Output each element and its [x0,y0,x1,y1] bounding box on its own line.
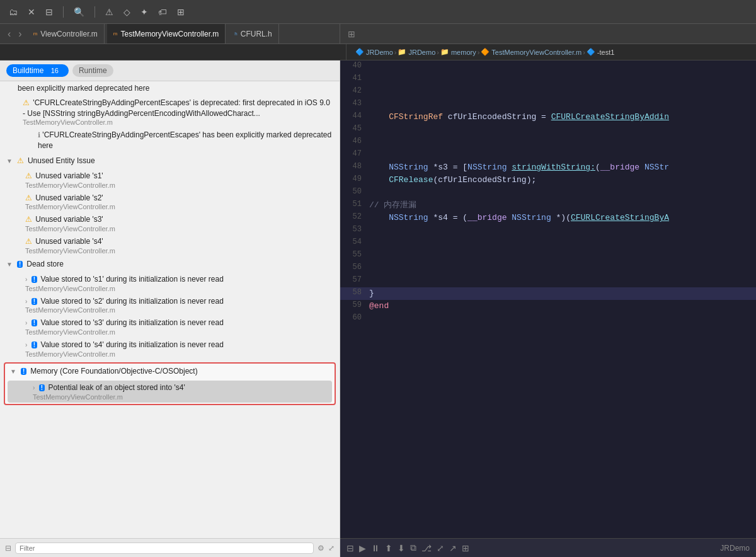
chevron-icon[interactable]: › [25,342,27,348]
folder-icon[interactable]: 🗂 [6,6,20,18]
bottom-filter-bar: ⊟ ⚙ ⤢ [0,538,340,557]
layout-icon[interactable]: ⊟ [346,543,354,553]
tag-icon[interactable]: 🏷 [156,6,169,18]
line-number: 44 [340,111,369,120]
issue-title: Unused Entity Issue [28,156,95,166]
code-line-43: 43 [340,98,756,111]
pause-icon[interactable]: ⏸ [371,543,380,553]
chevron-icon[interactable]: › [25,319,27,326]
settings-icon[interactable]: ⚙ [318,544,324,553]
branch-icon[interactable]: ⎇ [421,543,432,553]
code-line-56: 56 [340,262,756,275]
close-icon[interactable]: ✕ [25,6,38,18]
breadcrumb-bar: 🔷 JRDemo › 📁 JRDemo › 📁 memory › 🔶 TestM… [0,44,756,60]
merge-icon[interactable]: ⤢ [437,543,444,553]
code-editor[interactable]: 40 41 42 43 44 CFStringRef cfUrlEncodedS… [340,60,756,538]
issue-group-header-memory[interactable]: ▼ ! Memory (Core Foundation/Objective-C/… [5,364,335,379]
issue-file: TestMemoryViewController.m [25,225,333,233]
list-item[interactable]: ⚠ 'CFURLCreateStringByAddingPercentEscap… [0,96,340,129]
tab-viewcontroller[interactable]: m ViewController.m [27,24,105,43]
copy-icon[interactable]: ⧉ [410,543,416,553]
project-label: JRDemo [720,544,750,553]
list-item[interactable]: ⚠ Unused variable 's4' TestMemoryViewCon… [0,234,340,256]
line-number: 53 [340,224,369,234]
code-line-44: 44 CFStringRef cfUrlEncodedString = CFUR… [340,111,756,123]
star-icon[interactable]: ✦ [138,6,151,18]
grid2-icon[interactable]: ⊞ [462,543,469,553]
chevron-icon[interactable]: › [25,298,27,305]
error-icon: ! [32,298,37,305]
warning-icon[interactable]: ⚠ [103,6,116,18]
error-icon: ! [32,342,37,348]
buildtime-filter-btn[interactable]: Buildtime 16 [6,64,69,77]
line-content: NSString *s4 = (__bridge NSString *)(CFU… [369,212,756,224]
code-line-53: 53 [340,224,756,237]
code-line-42: 42 [340,86,756,98]
code-line-52: 52 NSString *s4 = (__bridge NSString *)(… [340,212,756,224]
tab-testmemory[interactable]: m TestMemoryViewController.m [107,24,226,43]
list-item[interactable]: been explicitly marked deprecated here [0,81,340,96]
list-item[interactable]: › ! Value stored to 's1' during its init… [0,272,340,294]
list-item[interactable]: › ! Value stored to 's2' during its init… [0,294,340,316]
list-item[interactable]: ℹ 'CFURLCreateStringByAddingPercentEscap… [0,128,340,153]
issue-file: TestMemoryViewController.m [25,285,333,292]
issue-group-header-deadstore[interactable]: ▼ ! Dead store [0,256,340,272]
search-icon[interactable]: 🔍 [71,6,87,18]
code-line-40: 40 [340,60,756,73]
chevron-icon[interactable]: › [33,384,35,391]
memory-group-title: Memory (Core Foundation/Objective-C/OSOb… [30,366,197,377]
left-panel: Buildtime 16 Runtime been explicitly mar… [0,60,340,557]
runtime-filter-btn[interactable]: Runtime [72,64,113,77]
tab-label: TestMemoryViewController.m [120,30,219,38]
issue-title: Unused variable 's4' [35,237,103,246]
line-content: // 内存泄漏 [369,199,756,212]
divider [94,6,95,18]
list-item[interactable]: › ! Value stored to 's3' during its init… [0,316,340,338]
bc-sep: › [478,49,480,56]
chevron-icon[interactable]: ▼ [6,261,13,268]
share-icon[interactable]: ↗ [449,543,457,553]
breadcrumb-jrdemo-2[interactable]: JRDemo [408,49,435,56]
breadcrumb-jrdemo-1[interactable]: JRDemo [366,49,393,56]
code-line-41: 41 [340,73,756,86]
warning-icon: ⚠ [25,193,32,202]
issue-file: TestMemoryViewController.m [25,350,333,358]
breadcrumb-method-icon: 🔷 [587,48,595,56]
expand-icon[interactable]: ⤢ [328,544,335,553]
line-number: 52 [340,212,369,221]
line-number: 45 [340,123,369,133]
filter-input[interactable] [15,543,314,554]
diamond-icon[interactable]: ◇ [121,6,133,18]
step-up-icon[interactable]: ⬆ [385,543,392,553]
layout-grid-icon[interactable]: ⊞ [345,29,358,39]
tab-nav-forward[interactable]: › [16,28,24,40]
list-item[interactable]: ⚠ Unused variable 's2' TestMemoryViewCon… [0,191,340,213]
tab-label: CFURL.h [241,30,272,38]
list-item[interactable]: ⚠ Unused variable 's1' TestMemoryViewCon… [0,169,340,191]
error-icon: ! [17,261,23,268]
chevron-icon[interactable]: ▼ [6,158,13,164]
issue-file: TestMemoryViewController.m [25,306,333,314]
issue-group-header-unused[interactable]: ▼ ⚠ Unused Entity Issue [0,153,340,169]
code-line-48: 48 NSString *s3 = [NSString stringWithSt… [340,161,756,174]
chevron-icon[interactable]: ▼ [10,368,16,375]
step-down-icon[interactable]: ⬇ [398,543,405,553]
breadcrumb-testmemory[interactable]: TestMemoryViewController.m [491,49,581,56]
editor-bottom-toolbar: ⊟ ▶ ⏸ ⬆ ⬇ ⧉ ⎇ ⤢ ↗ ⊞ JRDemo [340,538,756,557]
list-item[interactable]: ⚠ Unused variable 's3' TestMemoryViewCon… [0,212,340,234]
line-number: 42 [340,86,369,95]
breadcrumb-memory[interactable]: memory [451,49,476,56]
tab-cfurl[interactable]: h CFURL.h [228,24,278,43]
issues-list[interactable]: been explicitly marked deprecated here ⚠… [0,81,340,538]
tab-nav-back[interactable]: ‹ [5,28,13,40]
chevron-icon[interactable]: › [25,276,27,283]
breadcrumb-file-icon: 🔶 [481,48,490,56]
play-icon[interactable]: ▶ [359,543,366,553]
list-item[interactable]: › ! Value stored to 's4' during its init… [0,338,340,360]
squares-icon[interactable]: ⊟ [43,6,55,18]
grid-icon[interactable]: ⊞ [175,6,187,18]
list-item-memory-leak[interactable]: › ! Potential leak of an object stored i… [8,381,332,403]
code-line-59: 59 @end [340,300,756,313]
issue-title: Value stored to 's2' during its initiali… [40,297,224,306]
warning-icon: ⚠ [23,98,30,107]
